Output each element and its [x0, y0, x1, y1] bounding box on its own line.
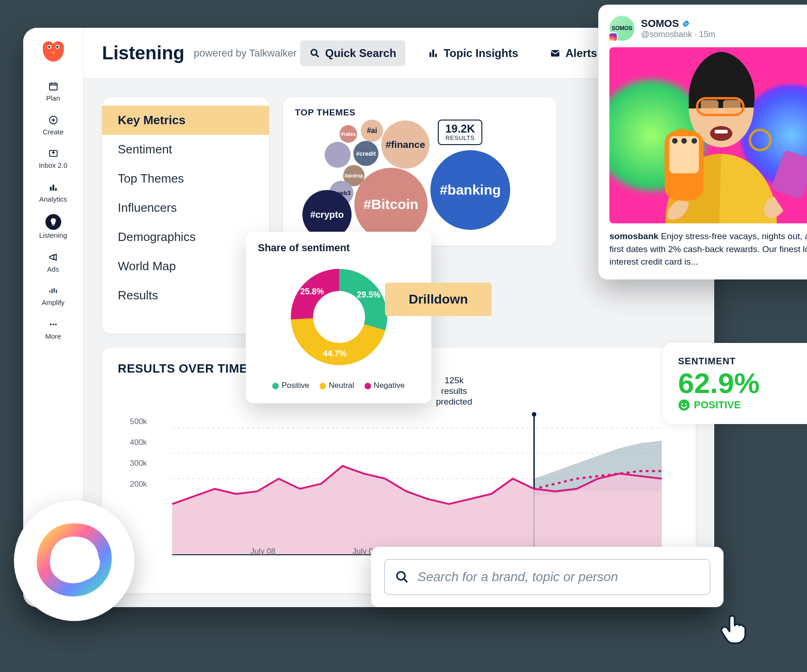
results-count-badge: 19.2K RESULTS	[438, 120, 482, 145]
svg-rect-19	[435, 54, 437, 57]
more-icon	[47, 318, 60, 331]
post-image	[609, 47, 807, 223]
metrics-item-world-map[interactable]: World Map	[102, 252, 269, 281]
svg-rect-36	[715, 130, 728, 133]
ytick: 300k	[130, 459, 147, 468]
sidebar-item-ads[interactable]: Ads	[30, 248, 77, 276]
ytick: 200k	[130, 480, 147, 489]
sidebar-item-plan[interactable]: Plan	[30, 77, 77, 105]
svg-point-13	[50, 323, 51, 325]
legend-neutral: Neutral	[320, 381, 354, 390]
app-logo	[39, 37, 67, 65]
sidebar-item-create[interactable]: Create	[30, 111, 77, 139]
xtick: July 08	[250, 547, 275, 556]
ytick: 400k	[130, 438, 147, 447]
sentiment-card: SENTIMENT 62.9% POSITIVE	[663, 343, 807, 424]
ai-badge	[14, 501, 134, 621]
metrics-item-results[interactable]: Results	[102, 281, 269, 310]
sidebar-item-more[interactable]: More	[30, 315, 77, 343]
svg-rect-44	[771, 150, 807, 200]
sidebar-item-inbox[interactable]: Inbox 2.0	[30, 144, 77, 172]
smile-icon	[678, 399, 690, 411]
social-post-card: SOMOS SOMOS @somosbank · 15m	[598, 5, 807, 279]
inbox-icon	[47, 147, 60, 160]
ytick: 500k	[130, 417, 147, 426]
svg-rect-12	[52, 225, 54, 226]
bar-chart-icon	[47, 181, 60, 194]
svg-rect-33	[701, 100, 718, 113]
tab-topic-insights[interactable]: Topic Insights	[418, 40, 527, 66]
theme-bubbles: #rates #ai #credit #airdrop #web3 #finan…	[293, 120, 546, 241]
prediction-annotation: 125kresultspredicted	[436, 375, 472, 407]
search-input[interactable]: Search for a brand, topic or person	[384, 559, 711, 595]
svg-point-5	[56, 46, 58, 48]
post-author: SOMOS	[641, 18, 715, 30]
tab-alerts[interactable]: Alerts	[540, 40, 606, 66]
sidebar-item-amplify[interactable]: Amplify	[30, 281, 77, 310]
svg-point-48	[397, 572, 405, 580]
svg-point-41	[681, 138, 687, 144]
drilldown-button[interactable]: Drilldown	[385, 283, 492, 316]
results-over-time-chart	[118, 376, 680, 575]
legend-positive: Positive	[272, 381, 309, 390]
metrics-item-key-metrics[interactable]: Key Metrics	[102, 106, 269, 135]
svg-text:29.5%: 29.5%	[357, 290, 380, 299]
svg-point-46	[681, 403, 683, 405]
theme-bubble[interactable]: #finance	[381, 120, 429, 169]
verified-icon	[682, 19, 690, 28]
search-placeholder: Search for a brand, topic or person	[417, 570, 618, 584]
search-panel: Search for a brand, topic or person	[371, 547, 724, 607]
metrics-nav: Key Metrics Sentiment Top Themes Influen…	[102, 97, 269, 334]
svg-point-42	[692, 138, 697, 144]
post-meta: @somosbank · 15m	[641, 30, 715, 39]
sentiment-value: 62.9%	[678, 368, 807, 399]
top-themes-title: TOP THEMES	[295, 108, 546, 118]
legend-negative: Negative	[365, 381, 405, 390]
page-title: Listening	[102, 43, 185, 63]
theme-bubble[interactable]: #Bitcoin	[354, 168, 428, 241]
bar-chart-icon	[428, 48, 439, 59]
donut-legend: Positive Neutral Negative	[258, 381, 419, 390]
metrics-item-top-themes[interactable]: Top Themes	[102, 164, 269, 193]
sentiment-label: SENTIMENT	[678, 356, 807, 367]
svg-point-26	[532, 412, 537, 417]
sidebar-item-analytics[interactable]: Analytics	[30, 178, 77, 206]
post-caption: somosbank Enjoy stress-free vacays, nigh…	[609, 230, 807, 268]
plus-circle-icon	[47, 114, 60, 127]
theme-bubble[interactable]: #banking	[430, 150, 510, 230]
svg-point-47	[685, 403, 686, 405]
hand-cursor-icon	[719, 612, 751, 644]
sentiment-donut-card: Share of sentiment 29.5%44.7%25.8% Posit…	[246, 232, 431, 403]
top-themes-card: TOP THEMES #rates #ai #credit #airdrop #…	[283, 97, 557, 246]
svg-point-15	[55, 323, 57, 325]
theme-bubble[interactable]: #ai	[361, 120, 383, 142]
theme-bubble[interactable]: #rates	[339, 125, 357, 143]
metrics-item-sentiment[interactable]: Sentiment	[102, 135, 269, 164]
svg-point-43	[672, 138, 678, 144]
svg-text:25.8%: 25.8%	[301, 287, 324, 296]
signal-icon	[47, 284, 60, 297]
sentiment-donut-chart: 29.5%44.7%25.8%	[258, 257, 420, 377]
metrics-item-influencers[interactable]: Influencers	[102, 193, 269, 222]
sentiment-positive-label: POSITIVE	[678, 399, 807, 411]
svg-rect-17	[429, 52, 431, 57]
theme-bubble[interactable]: #credit	[353, 141, 378, 166]
svg-point-14	[52, 323, 54, 325]
calendar-icon	[47, 80, 60, 93]
svg-rect-10	[52, 184, 54, 190]
svg-rect-9	[50, 187, 51, 190]
sentiment-donut-title: Share of sentiment	[258, 242, 419, 254]
mail-icon	[550, 48, 561, 59]
theme-bubble-blank	[325, 142, 351, 168]
page-subtitle: powered by Talkwalker	[194, 47, 297, 59]
svg-text:44.7%: 44.7%	[323, 349, 346, 358]
sidebar-item-listening[interactable]: Listening	[30, 211, 77, 242]
lightbulb-icon	[45, 214, 61, 230]
tab-quick-search[interactable]: Quick Search	[300, 40, 405, 66]
post-avatar: SOMOS	[609, 16, 634, 41]
megaphone-icon	[47, 251, 60, 264]
svg-rect-6	[49, 83, 57, 90]
metrics-item-demographics[interactable]: Demographics	[102, 222, 269, 252]
svg-rect-34	[723, 100, 741, 113]
svg-rect-18	[432, 50, 434, 57]
